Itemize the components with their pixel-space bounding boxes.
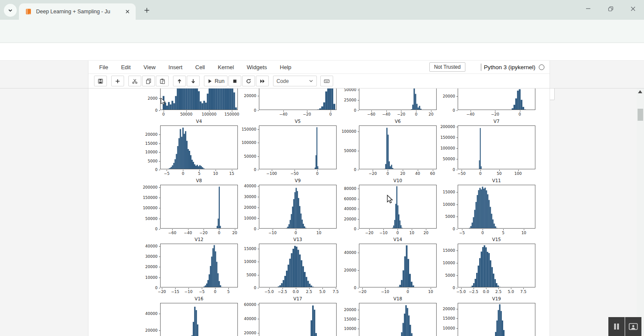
interrupt-button[interactable] — [228, 76, 241, 86]
browser-tab[interactable]: Deep Learning + Sampling - Ju — [19, 3, 136, 20]
histogram-v9: V9010000200003000040000−10010 — [225, 178, 339, 235]
y-tick-mark — [456, 127, 458, 127]
cell-type-value: Code — [276, 78, 289, 84]
x-tick-label: 0 — [508, 112, 532, 116]
x-tick-mark — [416, 110, 416, 112]
x-tick-mark — [219, 229, 219, 230]
y-tick-mark — [258, 229, 259, 229]
y-tick-mark — [159, 161, 160, 162]
scrollbar-thumb[interactable] — [638, 109, 643, 121]
x-tick-mark — [383, 229, 384, 230]
x-tick-label: −100 — [260, 171, 284, 176]
run-icon — [207, 78, 213, 84]
cut-button[interactable] — [128, 76, 141, 86]
toolbar-group — [128, 76, 170, 86]
x-tick-mark — [273, 229, 273, 230]
minimize-button[interactable] — [577, 0, 599, 17]
menu-view[interactable]: View — [143, 64, 155, 70]
y-tick-mark — [358, 329, 359, 329]
menu-cell[interactable]: Cell — [195, 64, 205, 70]
y-tick-mark — [358, 90, 359, 90]
y-tick-label: 100000 — [225, 141, 256, 145]
plot-area — [458, 303, 535, 336]
scrollbar-up-arrow[interactable] — [638, 90, 642, 93]
y-tick-mark — [358, 199, 359, 199]
restart-run-all-button[interactable] — [256, 76, 269, 86]
y-tick-mark — [258, 275, 259, 275]
insert-below-button[interactable] — [111, 76, 124, 86]
y-tick-mark — [456, 263, 458, 263]
tab-close-button[interactable] — [124, 8, 131, 15]
y-tick-label: 50000 — [423, 157, 455, 161]
browser-toolbar: localhost:8888/notebooks/Deep%20Learning… — [0, 20, 644, 43]
recorder-pause-button[interactable] — [608, 317, 625, 336]
y-tick-mark — [358, 110, 359, 111]
keyboard-button[interactable] — [320, 76, 333, 86]
close-window-button[interactable] — [622, 0, 644, 17]
x-tick-mark — [202, 288, 202, 289]
move-up-button[interactable] — [173, 76, 186, 86]
y-tick-label: 5000 — [225, 273, 256, 277]
plot-area — [458, 185, 535, 229]
tab-search-button[interactable] — [4, 4, 17, 17]
toolbar-group — [320, 76, 334, 86]
menu-file[interactable]: File — [99, 64, 108, 70]
x-tick-mark — [480, 170, 481, 171]
y-tick-label: 15000 — [126, 141, 158, 146]
menu-widgets[interactable]: Widgets — [247, 64, 267, 70]
y-tick-label: 10000 — [325, 327, 356, 331]
cell-type-select[interactable]: Code — [273, 76, 317, 86]
y-tick-mark — [358, 219, 359, 220]
menu-insert[interactable]: Insert — [168, 64, 182, 70]
y-tick-label: 0 — [325, 168, 356, 172]
recorder-webcam-button[interactable] — [625, 317, 641, 336]
x-tick-mark — [186, 110, 187, 112]
y-tick-label: 30000 — [225, 195, 256, 199]
x-tick-mark — [373, 170, 373, 171]
menu-edit[interactable]: Edit — [121, 64, 131, 70]
x-tick-mark — [398, 229, 398, 230]
interrupt-icon — [232, 78, 238, 84]
y-tick-mark — [258, 96, 259, 96]
menu-kernel[interactable]: Kernel — [218, 64, 234, 70]
tab-title: Deep Learning + Sampling - Ju — [36, 9, 121, 15]
x-tick-mark — [172, 229, 173, 230]
x-tick-mark — [401, 110, 401, 112]
y-tick-mark — [358, 253, 359, 253]
toolbar-group — [173, 76, 200, 86]
save-button[interactable] — [94, 76, 107, 86]
run-button[interactable]: Run — [204, 76, 228, 86]
copy-button[interactable] — [142, 76, 155, 86]
x-tick-mark — [215, 288, 216, 289]
y-tick-label: 20000 — [225, 331, 256, 335]
menu-help[interactable]: Help — [280, 64, 292, 70]
save-icon — [97, 78, 103, 84]
restart-button[interactable] — [242, 76, 255, 86]
move-down-button[interactable] — [187, 76, 200, 86]
paste-button[interactable] — [156, 76, 169, 86]
y-tick-mark — [456, 96, 458, 97]
x-tick-mark — [369, 229, 370, 230]
y-tick-label: 0 — [225, 227, 256, 231]
x-tick-label: −40 — [459, 112, 483, 116]
restore-button[interactable] — [599, 0, 622, 17]
x-tick-mark — [520, 110, 520, 112]
x-tick-mark — [471, 110, 471, 112]
kernel-name[interactable]: Python 3 (ipykernel) — [484, 64, 535, 70]
not-trusted-badge[interactable]: Not Trusted — [429, 62, 465, 72]
x-tick-label: 100 — [506, 171, 530, 176]
new-tab-button[interactable] — [142, 5, 152, 15]
y-tick-label: 0 — [126, 168, 158, 172]
y-tick-label: 60000 — [325, 197, 356, 201]
move-up-icon — [176, 78, 182, 84]
x-tick-mark — [204, 229, 204, 230]
y-tick-label: 20000 — [325, 217, 356, 221]
y-tick-label: 50000 — [325, 149, 356, 153]
y-tick-mark — [159, 98, 160, 99]
x-tick-mark — [188, 229, 188, 230]
histogram-v5: V5050000100000150000−100−500 — [225, 119, 339, 176]
y-tick-mark — [159, 144, 160, 144]
toolbar-group — [94, 76, 108, 86]
notebook-container: FileEditViewInsertCellKernelWidgetsHelp … — [88, 61, 550, 336]
scrollbar-track[interactable] — [637, 89, 644, 336]
